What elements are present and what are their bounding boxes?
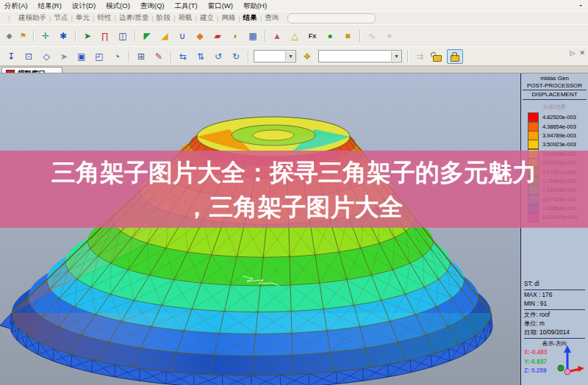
dome-model-render (0, 73, 521, 385)
spider-icon[interactable]: ✱ (55, 28, 71, 43)
toolbar-tab-row: ⋮ 建模助手|节点|单元|特性|边界/质量|阶段|荷载|建立|网格|结果|查询 (0, 11, 588, 24)
pan-up-icon[interactable]: ⇅ (193, 48, 209, 64)
legend-swatch (528, 131, 539, 140)
minimize-icon[interactable]: - (579, 0, 582, 9)
toolbar-tab-10[interactable]: 查询 (262, 13, 282, 23)
slab-load-icon[interactable]: ▰ (209, 28, 226, 43)
yellow-triangle-icon[interactable]: △ (287, 28, 303, 43)
crescent-icon[interactable]: ◗ (227, 28, 243, 43)
toolbar-well (287, 13, 376, 24)
rotate-right-icon[interactable]: ↻ (228, 48, 244, 64)
grid-icon[interactable]: ▦ (245, 28, 261, 43)
legend-row: 3.50923e-003 (528, 140, 588, 149)
toolbar-separator (359, 30, 360, 42)
close-icon[interactable]: ✕ (579, 49, 585, 57)
result-type: DISPLACEMENT (521, 91, 588, 98)
pan-left-icon[interactable]: ⇆ (175, 48, 191, 64)
axis-triad-icon (557, 342, 585, 376)
toolbar-tab-6[interactable]: 荷载 (175, 13, 195, 23)
info-max: MAX : 176 (524, 291, 585, 300)
menu-bar: 分析(A)结果(R)设计(D)模式(O)查询(Q)工具(T)窗口(W)帮助(H)… (0, 0, 588, 11)
result-label: 分析结果 (521, 103, 588, 111)
toolbar-tab-5[interactable]: 阶段 (154, 13, 173, 23)
legend-row: 4.38654e-003 (528, 122, 588, 131)
portal-frame-icon[interactable]: ∏ (97, 28, 113, 43)
toolbar-tab-8[interactable]: 网格 (218, 13, 238, 23)
menu-item-1[interactable]: 结果(R) (38, 1, 62, 11)
toolbar-separator (75, 30, 76, 42)
diamond-icon[interactable]: ◆ (3, 29, 15, 42)
legend-value: 4.82520e-003 (542, 114, 576, 120)
info-min: MIN : 91 (524, 300, 585, 309)
seo-banner-overlay: 三角架子图片大全：探寻三角架子的多元魅力 ，三角架子图片大全 (0, 151, 588, 228)
result-toolbar: ◆⚑✛✱➤∏◫◤◢∪◆▰◗▦▲△Fx●■∿⌖ (0, 24, 588, 46)
select-volume-icon[interactable]: ◰ (91, 48, 107, 64)
select-poly-icon[interactable]: ◇ (38, 48, 54, 64)
info-date: 日期: 10/09/2014 (524, 328, 585, 337)
unlock-icon[interactable] (429, 49, 445, 64)
toolbar-tab-3[interactable]: 特性 (94, 13, 114, 23)
loadcase-combo-arrow-icon[interactable]: ▼ (391, 51, 401, 61)
toolbar-separator (407, 51, 408, 62)
view-toolbar: ↧⊡◇➤▣◰◔⊞✎⇆⇅↺↻▼❖▼⇉ ▷ ✕ (0, 46, 588, 65)
sphere-icon[interactable]: ● (322, 28, 338, 43)
toolbar-separator (171, 51, 171, 62)
menu-item-0[interactable]: 分析(A) (4, 1, 28, 11)
toolbar-tab-4[interactable]: 边界/质量 (116, 13, 152, 23)
lightning-load-icon[interactable]: ◢ (157, 28, 173, 43)
info-unit: 单位: m (524, 320, 585, 328)
run-icon[interactable]: ➤ (79, 28, 96, 43)
triangle-load-icon[interactable]: ◤ (139, 28, 155, 43)
fx-icon[interactable]: Fx (304, 28, 320, 43)
legend-swatch (528, 140, 539, 149)
toolbar-tab-9[interactable]: 结果 (240, 13, 260, 23)
rotate-left-icon[interactable]: ↺ (210, 48, 226, 64)
result-combo[interactable]: ▼ (254, 50, 296, 62)
result-combo-arrow-icon[interactable]: ▼ (285, 51, 295, 61)
toolbar-tab-1[interactable]: 节点 (51, 13, 71, 23)
solid-box-icon[interactable]: ■ (340, 28, 356, 43)
pointer-icon[interactable]: ➤ (56, 48, 72, 64)
postprocessor-panel: midas Gen POST-PROCESSOR DISPLACEMENT 分析… (520, 73, 588, 385)
tree-filter-icon[interactable]: ❖ (299, 48, 315, 64)
toolbar-separator (248, 51, 248, 62)
panel-mode: POST-PROCESSOR (521, 82, 588, 90)
pink-triangle-icon[interactable]: ▲ (269, 28, 285, 43)
select-window-icon[interactable]: ▣ (74, 48, 90, 64)
tree-icon[interactable]: ✛ (37, 28, 54, 43)
loadcase-combo[interactable]: ▼ (318, 50, 402, 62)
menu-item-6[interactable]: 窗口(W) (208, 1, 233, 11)
plumb-icon[interactable]: ↧ (3, 48, 19, 64)
toolbar-separator (129, 51, 129, 62)
toolbar-tab-2[interactable]: 单元 (73, 13, 93, 23)
toolbar-overflow-icon[interactable]: ▷ (570, 49, 576, 57)
menu-item-5[interactable]: 工具(T) (175, 1, 198, 11)
box-frame-icon[interactable]: ◫ (115, 28, 131, 43)
zoom-pen-icon[interactable]: ✎ (151, 48, 167, 64)
lock-icon[interactable] (447, 49, 463, 64)
zoom-window-icon[interactable]: ⊞ (133, 48, 149, 64)
select-circle-icon[interactable]: ◔ (109, 48, 125, 64)
menu-item-4[interactable]: 查询(Q) (140, 1, 165, 11)
toolbar-separator (265, 30, 265, 42)
menu-item-2[interactable]: 设计(D) (72, 1, 96, 11)
sine-icon[interactable]: ∿ (364, 28, 380, 43)
legend-row: 3.94789e-003 (528, 131, 588, 140)
select-box-icon[interactable]: ⊡ (21, 48, 37, 64)
arrows-icon[interactable]: ⇉ (412, 48, 428, 64)
menu-item-3[interactable]: 模式(O) (106, 1, 130, 11)
banner-line2: ，三角架子图片大全 (185, 190, 404, 224)
app-title: midas Gen (521, 75, 588, 82)
toolbar-tab-7[interactable]: 建立 (197, 13, 217, 23)
app-window: 分析(A)结果(R)设计(D)模式(O)查询(Q)工具(T)窗口(W)帮助(H)… (0, 0, 588, 385)
legend-swatch (528, 122, 539, 132)
model-viewport[interactable]: midas Gen POST-PROCESSOR DISPLACEMENT 分析… (0, 73, 588, 385)
banner-line1: 三角架子图片大全：探寻三角架子的多元魅力 (51, 155, 537, 190)
menu-item-7[interactable]: 帮助(H) (243, 1, 267, 11)
toolbar-tab-0[interactable]: 建模助手 (15, 13, 49, 23)
target-icon[interactable]: ⌖ (381, 28, 398, 43)
toolbar-separator (33, 30, 34, 42)
curve-icon[interactable]: ∪ (174, 28, 190, 43)
diamond-load-icon[interactable]: ◆ (192, 28, 208, 43)
flag-icon[interactable]: ⚑ (17, 29, 29, 42)
